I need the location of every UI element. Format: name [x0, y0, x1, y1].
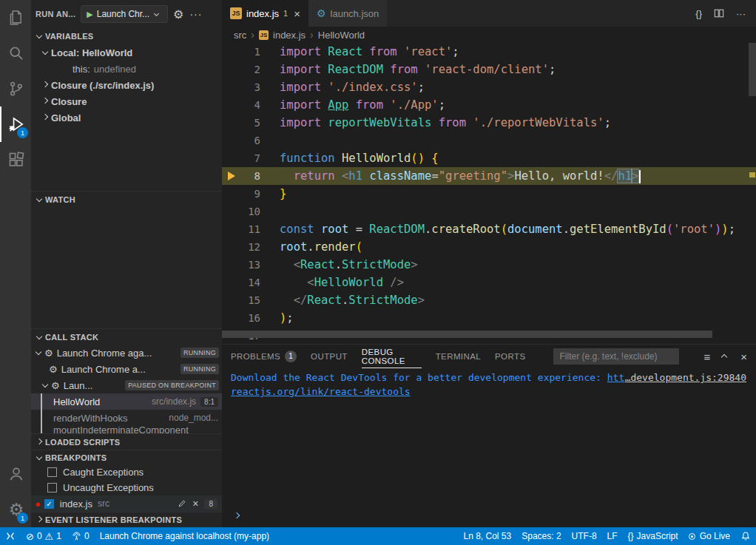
cursor-position[interactable]: Ln 8, Col 53: [458, 527, 516, 545]
code-line-9[interactable]: 9}: [222, 185, 756, 203]
checkbox-unchecked[interactable]: [47, 483, 57, 492]
code-line-14[interactable]: 14 <HelloWorld />: [222, 274, 756, 291]
variables-scope-closure-1[interactable]: Closure (./src/index.js): [31, 77, 222, 93]
code-line-11[interactable]: 11const root = ReactDOM.createRoot(docum…: [222, 220, 756, 238]
tab-index-js[interactable]: JS index.js 1 ×: [222, 0, 308, 27]
search-icon[interactable]: [0, 35, 31, 71]
edit-pencil-icon[interactable]: [178, 499, 186, 508]
extensions-icon[interactable]: [0, 142, 31, 177]
encoding-setting[interactable]: UTF-8: [567, 527, 602, 545]
line-number-gutter[interactable]: 16: [222, 309, 260, 327]
breadcrumb-item[interactable]: HelloWorld: [318, 30, 365, 41]
console-link[interactable]: reactjs.org/link/react-devtools: [231, 385, 411, 399]
source-control-icon[interactable]: [0, 71, 31, 106]
indentation-setting[interactable]: Spaces: 2: [516, 527, 566, 545]
variables-scope-local[interactable]: Local: HelloWorld: [31, 44, 222, 61]
remote-indicator[interactable]: [0, 527, 21, 545]
code-line-10[interactable]: 10: [222, 203, 756, 220]
code-line-15[interactable]: 15 </React.StrictMode>: [222, 291, 756, 309]
code-editor[interactable]: 1import React from 'react';2import React…: [222, 43, 756, 344]
code-line-6[interactable]: 6: [222, 132, 756, 149]
code-line-16[interactable]: 16);: [222, 309, 756, 327]
code-line-4[interactable]: 4import App from './App';: [222, 96, 756, 114]
section-breakpoints[interactable]: BREAKPOINTS: [31, 450, 222, 464]
code-line-5[interactable]: 5import reportWebVitals from './reportWe…: [222, 114, 756, 132]
filter-lines-icon[interactable]: ≡: [703, 351, 710, 363]
run-and-debug-icon[interactable]: 1: [0, 106, 31, 142]
section-call-stack[interactable]: CALL STACK: [31, 328, 222, 345]
breadcrumb-item[interactable]: index.js: [273, 30, 306, 41]
line-number-gutter[interactable]: 12: [222, 238, 260, 256]
line-number-gutter[interactable]: 2: [222, 61, 260, 78]
language-mode[interactable]: {} JavaScript: [623, 527, 684, 545]
console-filter-input[interactable]: [553, 348, 679, 365]
code-line-2[interactable]: 2import ReactDOM from 'react-dom/client'…: [222, 61, 756, 78]
line-number-gutter[interactable]: 10: [222, 203, 260, 220]
debug-settings-gear-icon[interactable]: ⚙: [173, 7, 184, 21]
start-debug-icon[interactable]: ▶: [87, 10, 92, 19]
close-icon[interactable]: ×: [294, 7, 300, 20]
variables-scope-closure-2[interactable]: Closure: [31, 93, 222, 109]
remove-breakpoint-icon[interactable]: ×: [192, 498, 198, 509]
breakpoint-caught-exceptions[interactable]: Caught Exceptions: [31, 464, 222, 480]
breakpoint-index-js[interactable]: ● ✓ index.js src × 8: [31, 495, 222, 512]
debug-session-row[interactable]: ⚙ Laun... PAUSED ON BREAKPOINT: [31, 377, 222, 393]
line-number-gutter[interactable]: 4: [222, 96, 260, 114]
tab-output[interactable]: OUTPUT: [311, 345, 348, 368]
breadcrumb[interactable]: src › JS index.js › HelloWorld: [222, 27, 756, 43]
variables-scope-global[interactable]: Global: [31, 109, 222, 126]
checkbox-checked[interactable]: ✓: [44, 499, 54, 509]
vertical-scrollbar[interactable]: [749, 43, 756, 96]
debug-status[interactable]: Launch Chrome against localhost (my-app): [95, 527, 274, 545]
go-live-button[interactable]: Go Live: [684, 527, 735, 545]
tab-launch-json[interactable]: ⚙ launch.json: [308, 0, 388, 27]
split-editor-icon[interactable]: [714, 8, 724, 18]
launch-config-dropdown[interactable]: ▶ Launch Chr...: [81, 5, 168, 23]
line-number-gutter[interactable]: 14: [222, 274, 260, 291]
stack-frame-row[interactable]: mountIndeterminateComponent: [31, 426, 222, 433]
accounts-icon[interactable]: [0, 456, 31, 492]
horizontal-scrollbar[interactable]: [222, 331, 712, 338]
code-line-8[interactable]: 8 return <h1 className="greeting">Hello,…: [222, 167, 756, 185]
section-watch[interactable]: WATCH: [31, 191, 222, 207]
stack-frame-row[interactable]: HelloWorld src/index.js 8:1: [31, 393, 222, 410]
breadcrumb-item[interactable]: src: [234, 30, 246, 41]
explorer-icon[interactable]: [0, 0, 31, 35]
line-number-gutter[interactable]: 9: [222, 185, 260, 203]
line-number-gutter[interactable]: 11: [222, 220, 260, 238]
eol-setting[interactable]: LF: [602, 527, 623, 545]
manage-gear-icon[interactable]: ⚙ 1: [0, 492, 31, 527]
line-number-gutter[interactable]: 1: [222, 43, 260, 61]
line-number-gutter[interactable]: 15: [222, 291, 260, 309]
breakpoint-uncaught-exceptions[interactable]: Uncaught Exceptions: [31, 480, 222, 495]
line-number-gutter[interactable]: 8: [222, 167, 260, 185]
section-variables[interactable]: VARIABLES: [31, 28, 222, 44]
line-number-gutter[interactable]: 5: [222, 114, 260, 132]
more-actions-icon[interactable]: ···: [189, 8, 202, 20]
maximize-panel-icon[interactable]: [720, 355, 730, 358]
notifications-bell[interactable]: [735, 527, 756, 545]
code-line-1[interactable]: 1import React from 'react';: [222, 43, 756, 61]
debug-session-row[interactable]: ⚙ Launch Chrome aga... RUNNING: [31, 345, 222, 361]
code-line-12[interactable]: 12root.render(: [222, 238, 756, 256]
line-number-gutter[interactable]: 13: [222, 256, 260, 274]
variable-this[interactable]: this: undefined: [31, 61, 222, 77]
more-actions-icon[interactable]: ···: [736, 8, 746, 19]
close-panel-icon[interactable]: ×: [740, 351, 747, 363]
section-event-listener-breakpoints[interactable]: EVENT LISTENER BREAKPOINTS: [31, 512, 222, 527]
line-number-gutter[interactable]: 7: [222, 149, 260, 167]
problems-status[interactable]: ⊘ 0 ⚠ 1: [21, 527, 67, 545]
debug-console-input[interactable]: [222, 509, 243, 524]
code-line-7[interactable]: 7function HelloWorld() {: [222, 149, 756, 167]
stack-frame-row[interactable]: renderWithHooks node_mod...: [31, 410, 222, 426]
tab-problems[interactable]: PROBLEMS 1: [231, 345, 297, 368]
code-line-3[interactable]: 3import './index.css';: [222, 78, 756, 96]
console-link[interactable]: https://: [607, 372, 625, 383]
tab-debug-console[interactable]: DEBUG CONSOLE: [362, 345, 422, 368]
code-line-13[interactable]: 13 <React.StrictMode>: [222, 256, 756, 274]
tab-terminal[interactable]: TERMINAL: [436, 345, 481, 368]
section-loaded-scripts[interactable]: LOADED SCRIPTS: [31, 433, 222, 450]
line-number-gutter[interactable]: 3: [222, 78, 260, 96]
ports-status[interactable]: 0: [67, 527, 95, 545]
tab-ports[interactable]: PORTS: [495, 345, 525, 368]
